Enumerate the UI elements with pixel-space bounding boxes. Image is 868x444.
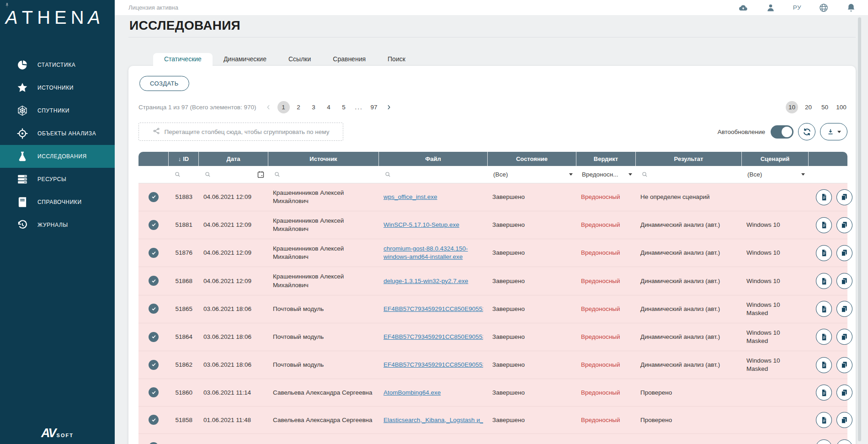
download-button[interactable] xyxy=(820,123,847,140)
copy-research-button[interactable] xyxy=(836,245,852,261)
table-row[interactable]: 51883 04.06.2021 12:09 Крашенинников Але… xyxy=(138,183,847,211)
research-state: Завершено xyxy=(488,211,576,239)
sidebar-item-analysis-objects[interactable]: ОБЪЕКТЫ АНАЛИЗА xyxy=(0,122,115,145)
file-link[interactable]: EF4BB57C793459291CC850E90553... xyxy=(383,361,483,368)
table-row[interactable]: 51862 03.06.2021 18:06 Почтовый модуль E… xyxy=(138,351,847,379)
report-document-button[interactable] xyxy=(816,217,832,233)
table-row[interactable]: 51856 31.05.2021 19:08 Анвар Гильфанов E… xyxy=(138,434,847,444)
report-document-button[interactable] xyxy=(816,329,832,345)
table-row[interactable]: 51865 03.06.2021 18:06 Почтовый модуль E… xyxy=(138,295,847,323)
state-filter[interactable]: (Все) xyxy=(488,166,576,183)
copy-research-button[interactable] xyxy=(836,301,852,317)
report-document-button[interactable] xyxy=(816,189,832,205)
file-filter[interactable] xyxy=(379,166,488,183)
research-date: 03.06.2021 18:06 xyxy=(199,323,268,351)
file-link[interactable]: chromium-gost-88.0.4324.150-windows-amd6… xyxy=(383,245,468,260)
table-row[interactable]: 51858 01.06.2021 11:48 Савельева Алексан… xyxy=(138,407,847,434)
source-filter[interactable] xyxy=(268,166,379,183)
file-link[interactable]: EF4BB57C793459291CC850E90553... xyxy=(383,305,483,312)
column-header-source[interactable]: Источник xyxy=(268,152,379,166)
id-filter[interactable] xyxy=(169,166,199,183)
pager-page[interactable]: 97 xyxy=(368,101,380,113)
table-row[interactable]: 51876 04.06.2021 12:09 Крашенинников Але… xyxy=(138,239,847,267)
pager-page[interactable]: 5 xyxy=(338,101,350,113)
pin-sidebar-icon[interactable] xyxy=(4,2,11,11)
research-result: Динамический анализ (авт.) xyxy=(636,211,742,239)
copy-research-button[interactable] xyxy=(836,329,852,345)
autorefresh-toggle[interactable] xyxy=(771,125,793,139)
file-link[interactable]: EF4BB57C793459291CC850E90553... xyxy=(383,333,483,340)
file-link[interactable]: deluge-1.3.15-win32-py2.7.exe xyxy=(383,278,468,284)
date-filter[interactable] xyxy=(199,166,268,183)
column-header-id[interactable]: ↓ID xyxy=(169,152,199,166)
column-header-result[interactable]: Результат xyxy=(636,152,742,166)
page-size-option[interactable]: 100 xyxy=(835,101,847,113)
page-size-option[interactable]: 50 xyxy=(819,101,831,113)
sidebar-item-sources[interactable]: ИСТОЧНИКИ xyxy=(0,76,115,99)
sidebar-item-satellites[interactable]: СПУТНИКИ xyxy=(0,99,115,122)
copy-research-button[interactable] xyxy=(836,217,852,233)
tab-comparisons[interactable]: Сравнения xyxy=(322,53,377,66)
sidebar-item-journals[interactable]: ЖУРНАЛЫ xyxy=(0,214,115,236)
copy-research-button[interactable] xyxy=(836,412,852,428)
table-row[interactable]: 51860 03.06.2021 11:14 Савельева Алексан… xyxy=(138,379,847,407)
language-selector[interactable]: РУ xyxy=(793,4,801,11)
bell-icon[interactable] xyxy=(846,3,856,13)
tab-search[interactable]: Поиск xyxy=(377,53,416,66)
report-document-button[interactable] xyxy=(816,385,832,401)
report-document-button[interactable] xyxy=(816,357,832,373)
copy-research-button[interactable] xyxy=(836,439,852,444)
create-button[interactable]: СОЗДАТЬ xyxy=(139,76,189,91)
copy-research-button[interactable] xyxy=(836,189,852,205)
table-row[interactable]: 51868 04.06.2021 12:09 Крашенинников Але… xyxy=(138,267,847,295)
report-document-button[interactable] xyxy=(816,439,832,444)
tab-static[interactable]: Статические xyxy=(153,53,213,66)
report-document-button[interactable] xyxy=(816,301,832,317)
content-area: ИССЛЕДОВАНИЯ Статические Динамические Сс… xyxy=(115,15,868,444)
report-document-button[interactable] xyxy=(816,245,832,261)
tab-links[interactable]: Ссылки xyxy=(277,53,322,66)
scrollbar-thumb[interactable] xyxy=(858,17,861,441)
group-columns-icon xyxy=(153,127,160,136)
page-title: ИССЛЕДОВАНИЯ xyxy=(129,19,856,32)
file-link[interactable]: WinSCP-5.17.10-Setup.exe xyxy=(383,221,459,228)
page-size-option[interactable]: 10 xyxy=(786,101,798,113)
report-document-button[interactable] xyxy=(816,412,832,428)
file-link[interactable]: wps_office_inst.exe xyxy=(383,193,437,200)
sidebar-item-handbooks[interactable]: СПРАВОЧНИКИ xyxy=(0,191,115,214)
scenario-filter[interactable]: (Все) xyxy=(742,166,809,183)
sidebar-item-resources[interactable]: РЕСУРСЫ xyxy=(0,168,115,191)
page-size-option[interactable]: 20 xyxy=(802,101,815,113)
table-row[interactable]: 51881 04.06.2021 12:09 Крашенинников Але… xyxy=(138,211,847,239)
copy-research-button[interactable] xyxy=(836,385,852,401)
user-icon[interactable] xyxy=(766,3,776,13)
refresh-button[interactable] xyxy=(798,123,815,140)
copy-research-button[interactable] xyxy=(836,357,852,373)
pager-page[interactable]: 3 xyxy=(308,101,320,113)
column-header-date[interactable]: Дата xyxy=(199,152,268,166)
sidebar-item-statistics[interactable]: СТАТИСТИКА xyxy=(0,53,115,76)
pager-prev[interactable] xyxy=(263,102,275,113)
verdict-filter[interactable]: Вредоносн... xyxy=(576,166,636,183)
pager-page[interactable]: 2 xyxy=(293,101,305,113)
copy-research-button[interactable] xyxy=(836,273,852,289)
column-header-verdict[interactable]: Вердикт xyxy=(576,152,636,166)
globe-icon[interactable] xyxy=(819,3,829,13)
page-scrollbar[interactable] xyxy=(857,16,862,442)
sidebar-item-research[interactable]: ИССЛЕДОВАНИЯ xyxy=(0,145,115,168)
group-drop-zone[interactable]: Перетащите столбец сюда, чтобы сгруппиро… xyxy=(138,123,343,141)
file-link[interactable]: AtomBombing64.exe xyxy=(383,389,441,396)
tab-dynamic[interactable]: Динамические xyxy=(213,53,277,66)
pager-page[interactable]: 4 xyxy=(323,101,335,113)
file-link[interactable]: Elasticsearch,_Kibana,_Logstash и_... xyxy=(383,417,483,423)
column-header-file[interactable]: Файл xyxy=(379,152,488,166)
report-document-button[interactable] xyxy=(816,273,832,289)
cloud-upload-icon[interactable] xyxy=(738,3,748,13)
table-row[interactable]: 51864 03.06.2021 18:06 Почтовый модуль E… xyxy=(138,323,847,351)
pager-page[interactable]: 1 xyxy=(277,101,290,113)
column-header-state[interactable]: Состояние xyxy=(488,152,576,166)
calendar-icon[interactable] xyxy=(257,171,265,178)
result-filter[interactable] xyxy=(636,166,742,183)
pager-next[interactable] xyxy=(383,102,395,113)
column-header-scenario[interactable]: Сценарий xyxy=(742,152,809,166)
